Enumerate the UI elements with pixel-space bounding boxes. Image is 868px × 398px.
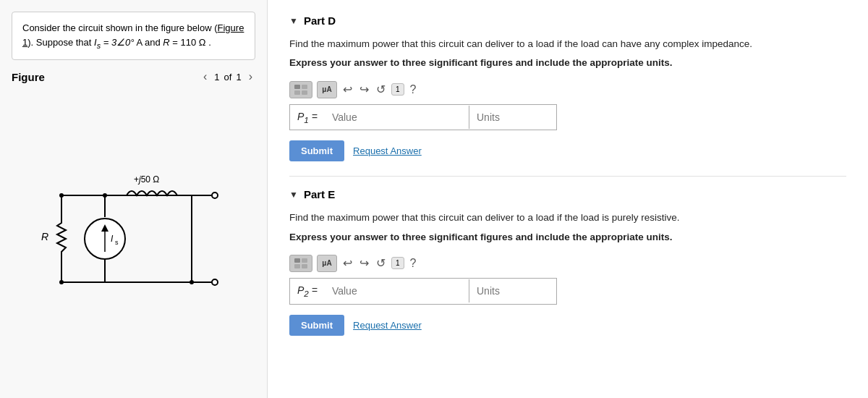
svg-rect-27: [302, 85, 307, 89]
matrix-icon-e: [294, 258, 308, 269]
svg-rect-32: [294, 264, 300, 268]
part-d-request-answer-button[interactable]: Request Answer: [353, 145, 422, 156]
circuit-diagram: R I s: [12, 90, 255, 386]
part-d-collapse-button[interactable]: ▼: [289, 16, 298, 26]
part-e-instruction2: Express your answer to three significant…: [289, 230, 846, 245]
part-e-answer-row: P2 =: [289, 278, 557, 305]
part-e-action-row: Submit Request Answer: [289, 315, 846, 336]
svg-rect-26: [294, 85, 300, 89]
section-divider: [289, 176, 846, 177]
part-e-submit-button[interactable]: Submit: [289, 315, 344, 336]
problem-text: Consider the circuit shown in the figure…: [22, 22, 244, 48]
right-panel: ▼ Part D Find the maximum power that thi…: [268, 0, 868, 398]
part-d-section: ▼ Part D Find the maximum power that thi…: [289, 14, 846, 161]
part-e-toolbar: μA ↩ ↪ ↺ 1 ?: [289, 255, 846, 272]
part-e-units-input[interactable]: [469, 279, 556, 302]
problem-statement: Consider the circuit shown in the figure…: [12, 12, 255, 60]
page-total: 1: [236, 72, 241, 82]
part-e-collapse-button[interactable]: ▼: [289, 190, 298, 200]
part-d-value-input[interactable]: [325, 106, 469, 129]
svg-rect-31: [302, 258, 307, 263]
figure-label: Figure: [12, 71, 45, 83]
matrix-icon-d: [294, 84, 308, 96]
svg-point-21: [212, 192, 218, 198]
part-e-instruction1: Find the maximum power that this circuit…: [289, 211, 846, 225]
svg-rect-30: [294, 258, 300, 263]
part-e-section: ▼ Part E Find the maximum power that thi…: [289, 188, 846, 335]
redo-btn-e[interactable]: ↪: [358, 255, 370, 271]
refresh-btn-d[interactable]: ↺: [375, 81, 387, 98]
refresh-btn-e[interactable]: ↺: [375, 255, 387, 271]
redo-btn-d[interactable]: ↪: [358, 81, 370, 98]
keyboard-btn-e[interactable]: 1: [391, 257, 404, 269]
help-btn-d[interactable]: ?: [409, 82, 418, 98]
svg-point-23: [212, 279, 218, 285]
part-d-submit-button[interactable]: Submit: [289, 140, 344, 161]
formula-btn-d[interactable]: μA: [317, 81, 337, 98]
matrix-btn-e[interactable]: [289, 255, 312, 272]
part-d-title: Part D: [304, 14, 336, 27]
part-e-header: ▼ Part E: [289, 188, 846, 200]
prev-page-button[interactable]: ‹: [200, 69, 210, 85]
part-d-toolbar: μA ↩ ↪ ↺ 1 ?: [289, 81, 846, 98]
undo-btn-e[interactable]: ↩: [341, 255, 354, 271]
matrix-btn-d[interactable]: [289, 81, 312, 98]
figure-container: Figure ‹ 1 of 1 ›: [12, 69, 255, 386]
svg-text:R: R: [41, 231, 48, 242]
left-panel: Consider the circuit shown in the figure…: [0, 0, 268, 398]
part-d-answer-row: P1 =: [289, 104, 557, 131]
page-current: 1: [214, 72, 219, 82]
undo-btn-d[interactable]: ↩: [341, 81, 354, 98]
part-e-answer-label: P2 =: [290, 279, 325, 304]
pagination: ‹ 1 of 1 ›: [200, 69, 255, 85]
svg-text:s: s: [115, 239, 119, 246]
svg-rect-33: [302, 264, 307, 268]
part-e-value-input[interactable]: [325, 279, 469, 302]
keyboard-btn-d[interactable]: 1: [391, 83, 404, 96]
svg-text:+j50 Ω: +j50 Ω: [134, 174, 159, 185]
part-d-units-input[interactable]: [469, 106, 556, 129]
part-d-instruction2: Express your answer to three significant…: [289, 56, 846, 70]
part-d-action-row: Submit Request Answer: [289, 140, 846, 161]
part-d-instruction1: Find the maximum power that this circuit…: [289, 37, 846, 51]
part-e-request-answer-button[interactable]: Request Answer: [353, 320, 422, 331]
part-d-header: ▼ Part D: [289, 14, 846, 27]
figure-label-row: Figure ‹ 1 of 1 ›: [12, 69, 255, 85]
help-btn-e[interactable]: ?: [409, 255, 418, 271]
part-e-title: Part E: [304, 188, 335, 200]
svg-rect-28: [294, 90, 300, 95]
next-page-button[interactable]: ›: [246, 69, 255, 85]
formula-btn-e[interactable]: μA: [317, 255, 337, 272]
circuit-svg: R I s: [33, 166, 235, 311]
page-of: of: [224, 72, 232, 82]
part-d-answer-label: P1 =: [290, 105, 325, 130]
svg-rect-29: [302, 90, 307, 95]
